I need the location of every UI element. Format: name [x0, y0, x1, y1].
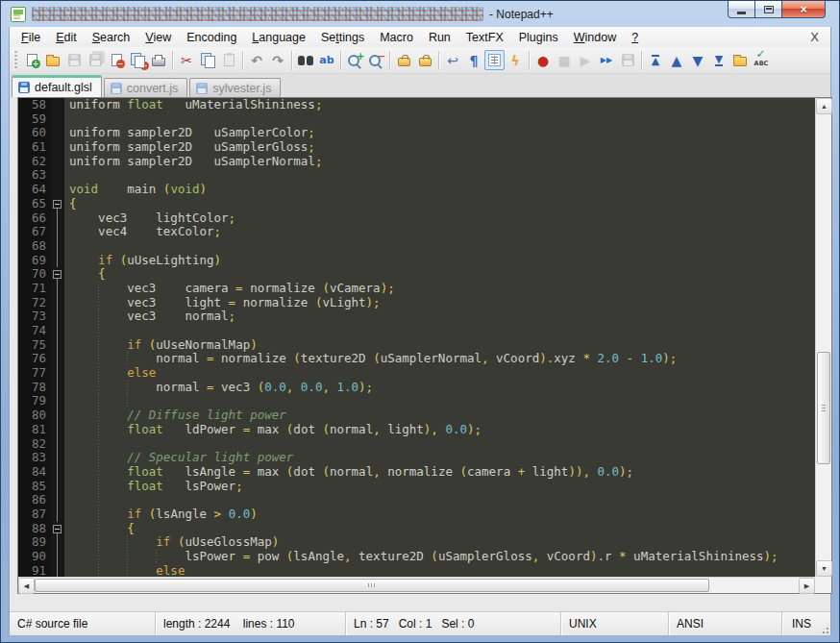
code-line[interactable]: 66 vec3 lightColor; — [18, 211, 815, 226]
code-line[interactable]: 59 — [18, 112, 815, 127]
vertical-scroll-thumb[interactable] — [817, 352, 830, 464]
code-line[interactable]: 88 { — [18, 522, 815, 536]
menu-item-window[interactable]: Window — [566, 29, 624, 46]
code-line[interactable]: 72 vec3 light = normalize (vLight); — [18, 296, 815, 310]
code-line[interactable]: 84 float lsAngle = max (dot (normal, nor… — [18, 465, 815, 480]
show-all-characters-button[interactable]: ¶ — [463, 50, 484, 71]
code-line[interactable]: 67 vec4 texColor; — [18, 225, 815, 239]
macro-stop-button[interactable]: ■ — [554, 50, 575, 71]
zoom-in-button[interactable]: + — [344, 50, 365, 71]
vertical-scrollbar[interactable]: ▲ ▼ — [815, 98, 831, 577]
status-eol-format[interactable]: UNIX — [561, 612, 669, 635]
indent-guide-button[interactable] — [484, 50, 505, 70]
editor-lines[interactable]: 58uniform float uMaterialShininess;5960u… — [18, 98, 815, 577]
fold-marker[interactable] — [51, 522, 64, 536]
horizontal-scroll-thumb[interactable] — [35, 579, 709, 592]
spell-check-button[interactable]: ABC — [751, 50, 772, 71]
menu-item-textfx[interactable]: TextFX — [458, 29, 511, 46]
nav-next-button[interactable]: ▼ — [687, 50, 708, 71]
scroll-left-arrow-icon[interactable]: ◀ — [18, 578, 35, 594]
macro-save-button[interactable] — [617, 50, 638, 71]
macro-run-multiple-button[interactable]: ▶▶ — [596, 50, 617, 71]
word-wrap-button[interactable]: ↩ — [442, 50, 463, 71]
code-line[interactable]: 76 normal = normalize (texture2D (uSampl… — [18, 352, 815, 366]
code-line[interactable]: 71 vec3 camera = normalize (vCamera); — [18, 282, 815, 296]
code-line[interactable]: 80 // Diffuse light power — [18, 408, 815, 423]
close-window-button[interactable]: × — [781, 1, 826, 18]
code-line[interactable]: 69 if (uUseLighting) — [18, 254, 815, 268]
menu-item-file[interactable]: File — [13, 29, 48, 46]
redo-button[interactable]: ↷ — [267, 50, 288, 71]
tab-convert-js[interactable]: convert.js — [104, 78, 188, 97]
code-line[interactable]: 61uniform sampler2D uSamplerGloss; — [18, 140, 815, 155]
code-line[interactable]: 87 if (lsAngle > 0.0) — [18, 507, 815, 522]
code-line[interactable]: 79 — [18, 394, 815, 408]
load-session-button[interactable] — [729, 50, 751, 71]
code-line[interactable]: 77 else — [18, 366, 815, 381]
new-file-button[interactable]: + — [21, 50, 42, 71]
scroll-up-arrow-icon[interactable]: ▲ — [816, 98, 832, 114]
find-button[interactable] — [295, 50, 316, 71]
code-line[interactable]: 63 — [18, 168, 815, 183]
code-line[interactable]: 68 — [18, 239, 815, 254]
title-bar[interactable]: - Notepad++ × — [9, 1, 831, 27]
nav-first-button[interactable]: ▲ — [645, 50, 666, 71]
menu-item-search[interactable]: Search — [85, 29, 138, 46]
cut-button[interactable]: ✂ — [176, 50, 197, 71]
code-line[interactable]: 70 { — [18, 267, 815, 282]
paste-button[interactable] — [218, 50, 239, 71]
menu-item-run[interactable]: Run — [421, 29, 458, 46]
code-line[interactable]: 90 lsPower = pow (lsAngle, texture2D (uS… — [18, 550, 815, 564]
menu-item-plugins[interactable]: Plugins — [511, 29, 566, 46]
sync-vertical-scroll-button[interactable] — [393, 50, 414, 71]
fold-marker[interactable] — [51, 267, 64, 282]
macro-play-button[interactable]: ▶ — [575, 50, 596, 71]
maximize-button[interactable] — [755, 1, 781, 18]
close-all-button[interactable]: − — [127, 50, 148, 71]
code-line[interactable]: 74 — [18, 324, 815, 338]
code-line[interactable]: 81 float ldPower = max (dot (normal, lig… — [18, 423, 815, 437]
tab-default-glsl[interactable]: default.glsl — [12, 75, 102, 97]
code-line[interactable]: 86 — [18, 493, 815, 507]
menu-item-language[interactable]: Language — [244, 29, 313, 46]
code-line[interactable]: 58uniform float uMaterialShininess; — [18, 98, 815, 112]
code-line[interactable]: 82 — [18, 437, 815, 452]
print-button[interactable] — [148, 50, 169, 71]
code-line[interactable]: 75 if (uUseNormalMap) — [18, 338, 815, 353]
code-line[interactable]: 73 vec3 normal; — [18, 309, 815, 324]
menu-item-edit[interactable]: Edit — [48, 29, 85, 46]
close-document-button[interactable]: X — [803, 30, 827, 44]
close-file-button[interactable]: − — [106, 50, 127, 71]
nav-previous-button[interactable]: ▲ — [666, 50, 687, 71]
horizontal-scrollbar[interactable]: ◀ ▶ — [18, 577, 815, 593]
code-line[interactable]: 89 if (uUseGlossMap) — [18, 535, 815, 550]
typing-mode-label[interactable]: INS — [792, 617, 811, 631]
replace-button[interactable]: ab — [316, 50, 337, 71]
code-line[interactable]: 64void main (void) — [18, 183, 815, 197]
function-completion-button[interactable]: ϟ — [505, 50, 526, 71]
save-all-button[interactable] — [85, 50, 106, 71]
resize-grip[interactable] — [818, 623, 830, 635]
fold-marker[interactable] — [51, 197, 64, 211]
open-file-button[interactable] — [42, 50, 63, 71]
undo-button[interactable]: ↶ — [246, 50, 267, 71]
menu-item-settings[interactable]: Settings — [313, 29, 372, 46]
code-line[interactable]: 91 else — [18, 564, 815, 577]
code-line[interactable]: 83 // Specular light power — [18, 451, 815, 465]
code-line[interactable]: 85 float lsPower; — [18, 480, 815, 494]
code-line[interactable]: 78 normal = vec3 (0.0, 0.0, 1.0); — [18, 381, 815, 395]
copy-button[interactable] — [197, 50, 218, 71]
code-line[interactable]: 62uniform sampler2D uSamplerNormal; — [18, 155, 815, 169]
code-line[interactable]: 60uniform sampler2D uSamplerColor; — [18, 126, 815, 140]
macro-record-button[interactable]: ● — [532, 50, 554, 71]
tab-sylvester-js[interactable]: sylvester.js — [189, 78, 281, 97]
scroll-down-arrow-icon[interactable]: ▼ — [816, 560, 832, 577]
nav-last-button[interactable]: ▼ — [708, 50, 729, 71]
zoom-out-button[interactable]: − — [365, 50, 386, 71]
minimize-button[interactable] — [728, 1, 755, 18]
toolbar-grip[interactable] — [13, 51, 17, 70]
scroll-right-arrow-icon[interactable]: ▶ — [799, 578, 815, 594]
status-encoding[interactable]: ANSI — [669, 612, 782, 635]
sync-horizontal-scroll-button[interactable] — [414, 50, 435, 71]
code-line[interactable]: 65{ — [18, 197, 815, 211]
